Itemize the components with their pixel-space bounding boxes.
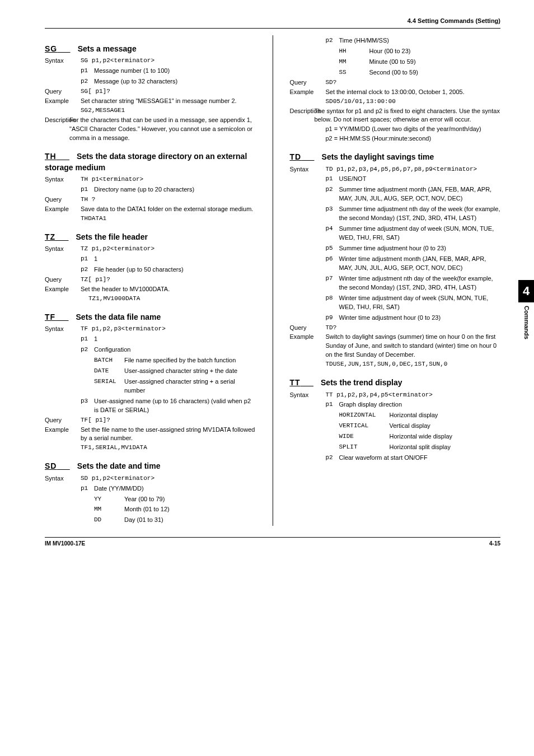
tz-heading: TZ Sets the file header <box>45 231 256 242</box>
sg-heading: SG Sets a message <box>45 43 256 54</box>
query-label: Query <box>45 87 81 96</box>
column-divider <box>273 35 273 526</box>
top-rule <box>45 28 500 29</box>
right-column: p2Time (HH/MM/SS) HHHour (00 to 23) MMMi… <box>290 35 501 526</box>
footer-right: 4-15 <box>489 540 500 548</box>
sd-heading: SD Sets the date and time <box>45 460 256 472</box>
tt-heading: TT Sets the trend display <box>290 377 501 388</box>
tf-heading: TF Sets the data file name <box>45 311 256 323</box>
chapter-label: Commands <box>522 306 531 339</box>
th-heading: TH Sets the data storage directory on an… <box>45 151 256 174</box>
left-column: SG Sets a message SyntaxSG p1,p2<termina… <box>45 35 256 526</box>
syntax-label: Syntax <box>45 57 81 66</box>
sg-syntax: SG p1,p2<terminator> <box>81 57 256 66</box>
footer-left: IM MV1000-17E <box>45 540 85 548</box>
td-heading: TD Sets the daylight savings time <box>290 151 501 162</box>
side-tab: 4 Commands <box>518 280 534 339</box>
footer: IM MV1000-17E 4-15 <box>45 537 500 548</box>
example-label: Example <box>45 97 81 106</box>
chapter-number: 4 <box>518 280 534 302</box>
section-header: 4.4 Setting Commands (Setting) <box>45 17 500 26</box>
